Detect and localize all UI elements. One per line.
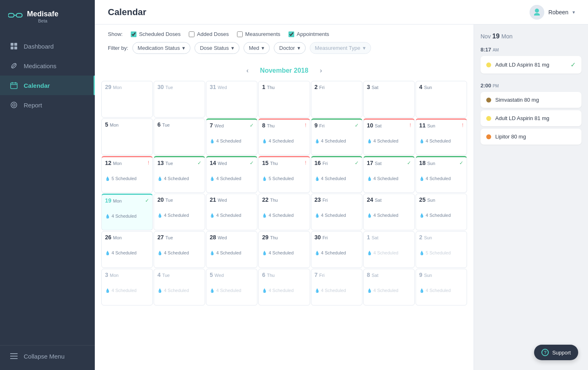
scheduled-count: 5 Scheduled	[268, 176, 293, 181]
prev-month-button[interactable]: ‹	[243, 65, 252, 76]
calendar-day-2-Sun[interactable]: 2Sun💧5 Scheduled	[416, 231, 467, 268]
next-month-button[interactable]: ›	[317, 65, 325, 76]
day-number: 18	[419, 160, 426, 166]
panel-day-num: 19	[492, 33, 500, 40]
calendar-day-9-Sun[interactable]: 9Sun💧4 Scheduled	[416, 269, 467, 305]
calendar-day-10-Sat[interactable]: 10Sat!💧4 Scheduled	[363, 118, 415, 155]
checkbox-scheduled-doses[interactable]: Scheduled Doses	[131, 31, 181, 37]
day-number: 1	[262, 84, 265, 90]
svg-rect-9	[11, 83, 17, 89]
checkbox-appointments[interactable]: Appointments	[288, 31, 329, 37]
checkbox-measurements[interactable]: Measurements	[237, 31, 280, 37]
calendar-day-4-Sun[interactable]: 4Sun	[416, 81, 467, 118]
svg-rect-6	[14, 47, 17, 49]
med-card-1-0[interactable]: Simvastatin 80 mg	[481, 92, 581, 108]
checkbox-added-doses[interactable]: Added Doses	[189, 31, 229, 37]
calendar-day-20-Tue[interactable]: 20Tue💧4 Scheduled	[154, 194, 205, 230]
calendar-day-29-Thu[interactable]: 29Thu💧4 Scheduled	[258, 231, 310, 268]
calendar-day-12-Mon[interactable]: 12Mon!💧5 Scheduled	[101, 156, 153, 193]
sidebar-item-medications[interactable]: Medications	[0, 56, 95, 76]
calendar-day-3-Sat[interactable]: 3Sat	[363, 81, 415, 118]
scheduled-count: 4 Scheduled	[164, 176, 189, 181]
drop-icon: 💧	[367, 213, 372, 218]
sidebar-item-report[interactable]: Report	[0, 95, 95, 115]
calendar-day-17-Sat[interactable]: 17Sat✓💧4 Scheduled	[363, 156, 415, 193]
day-number: 3	[105, 272, 108, 278]
calendar-day-1-Thu[interactable]: 1Thu	[258, 81, 310, 118]
calendar-day-4-Tue[interactable]: 4Tue💧4 Scheduled	[154, 269, 205, 305]
drop-icon: 💧	[315, 213, 320, 218]
calendar-day-23-Fri[interactable]: 23Fri💧4 Scheduled	[311, 194, 362, 230]
filter-measurement-type[interactable]: Measurement Type ▾	[310, 42, 371, 54]
day-name: Sat	[372, 273, 379, 278]
day-number: 7	[315, 272, 318, 278]
calendar-day-7-Fri[interactable]: 7Fri💧4 Scheduled	[311, 269, 362, 305]
calendar-day-30-Tue[interactable]: 30Tue	[154, 81, 205, 118]
time-label-1: 2:00 PM	[481, 82, 581, 89]
calendar-label: Calendar	[24, 82, 50, 89]
day-status-icon: ✓	[145, 198, 149, 203]
calendar-day-5-Mon[interactable]: 5Mon	[101, 118, 153, 155]
drop-icon: 💧	[315, 139, 320, 143]
collapse-menu-button[interactable]: Collapse Menu	[10, 352, 85, 360]
calendar-day-19-Mon[interactable]: 19Mon✓💧4 Scheduled	[101, 194, 153, 230]
day-name: Sun	[424, 273, 432, 278]
day-name: Sun	[427, 161, 435, 166]
calendar-day-7-Wed[interactable]: 7Wed✓💧4 Scheduled	[206, 118, 257, 155]
calendar-day-3-Mon[interactable]: 3Mon💧4 Scheduled	[101, 269, 153, 305]
show-row: Show: Scheduled Doses Added Doses Measur…	[108, 31, 461, 37]
filter-med[interactable]: Med ▾	[244, 42, 270, 54]
scheduled-count: 4 Scheduled	[164, 250, 189, 255]
sidebar-item-calendar[interactable]: Calendar	[0, 76, 95, 95]
calendar-day-1-Sat[interactable]: 1Sat💧4 Scheduled	[363, 231, 415, 268]
med-card-1-2[interactable]: Lipitor 80 mg	[481, 129, 581, 145]
calendar-day-5-Wed[interactable]: 5Wed💧4 Scheduled	[206, 269, 257, 305]
calendar-day-27-Tue[interactable]: 27Tue💧4 Scheduled	[154, 231, 205, 268]
scheduled-count: 4 Scheduled	[373, 213, 398, 218]
med-card-0-0[interactable]: Adult LD Aspirin 81 mg ✓	[481, 56, 581, 74]
calendar-day-16-Fri[interactable]: 16Fri✓💧4 Scheduled	[311, 156, 362, 193]
calendar-day-21-Wed[interactable]: 21Wed💧4 Scheduled	[206, 194, 257, 230]
calendar-day-31-Wed[interactable]: 31Wed	[206, 81, 257, 118]
drop-icon: 💧	[105, 214, 110, 218]
calendar-day-24-Sat[interactable]: 24Sat💧4 Scheduled	[363, 194, 415, 230]
calendar-day-8-Sat[interactable]: 8Sat💧4 Scheduled	[363, 269, 415, 305]
calendar-day-22-Thu[interactable]: 22Thu💧4 Scheduled	[258, 194, 310, 230]
calendar-day-15-Thu[interactable]: 15Thu!💧5 Scheduled	[258, 156, 310, 193]
calendar-day-26-Mon[interactable]: 26Mon💧4 Scheduled	[101, 231, 153, 268]
calendar-day-6-Tue[interactable]: 6Tue	[154, 118, 205, 155]
drop-icon: 💧	[210, 176, 215, 181]
calendar-day-8-Thu[interactable]: 8Thu!💧4 Scheduled	[258, 118, 310, 155]
drop-icon: 💧	[419, 251, 424, 255]
calendar-day-11-Sun[interactable]: 11Sun!💧4 Scheduled	[416, 118, 467, 155]
day-number: 11	[419, 122, 426, 129]
day-info: 💧4 Scheduled	[419, 288, 463, 293]
svg-point-13	[11, 102, 17, 108]
calendar-day-28-Wed[interactable]: 28Wed💧4 Scheduled	[206, 231, 257, 268]
day-name: Sat	[372, 235, 379, 240]
day-status-icon: ✓	[250, 123, 254, 128]
support-button[interactable]: ? Support	[534, 345, 578, 360]
calendar-day-9-Fri[interactable]: 9Fri✓💧4 Scheduled	[311, 118, 362, 155]
calendar-day-6-Thu[interactable]: 6Thu💧4 Scheduled	[258, 269, 310, 305]
calendar-day-29-Mon[interactable]: 29Mon	[101, 81, 153, 118]
day-info: 💧4 Scheduled	[210, 288, 254, 293]
scheduled-count: 4 Scheduled	[321, 176, 346, 181]
calendar-day-13-Tue[interactable]: 13Tue✓💧4 Scheduled	[154, 156, 205, 193]
filter-doctor[interactable]: Doctor ▾	[274, 42, 305, 54]
day-name: Thu	[267, 123, 275, 128]
calendar-day-18-Sun[interactable]: 18Sun✓💧4 Scheduled	[416, 156, 467, 193]
user-menu[interactable]: Robeen ▾	[530, 5, 575, 20]
filter-label: Filter by:	[108, 45, 128, 51]
filter-row: Filter by: Medication Status ▾ Dose Stat…	[108, 42, 461, 54]
sidebar-item-dashboard[interactable]: Dashboard	[0, 36, 95, 56]
med-card-1-1[interactable]: Adult LD Aspirin 81 mg	[481, 110, 581, 126]
calendar-day-30-Fri[interactable]: 30Fri💧4 Scheduled	[311, 231, 362, 268]
calendar-day-25-Sun[interactable]: 25Sun💧4 Scheduled	[416, 194, 467, 230]
scheduled-count: 4 Scheduled	[112, 250, 136, 255]
drop-icon: 💧	[367, 139, 372, 143]
filter-medication-status[interactable]: Medication Status ▾	[132, 42, 190, 54]
calendar-day-2-Fri[interactable]: 2Fri	[311, 81, 362, 118]
calendar-day-14-Wed[interactable]: 14Wed✓💧4 Scheduled	[206, 156, 257, 193]
filter-dose-status[interactable]: Dose Status ▾	[195, 42, 239, 54]
